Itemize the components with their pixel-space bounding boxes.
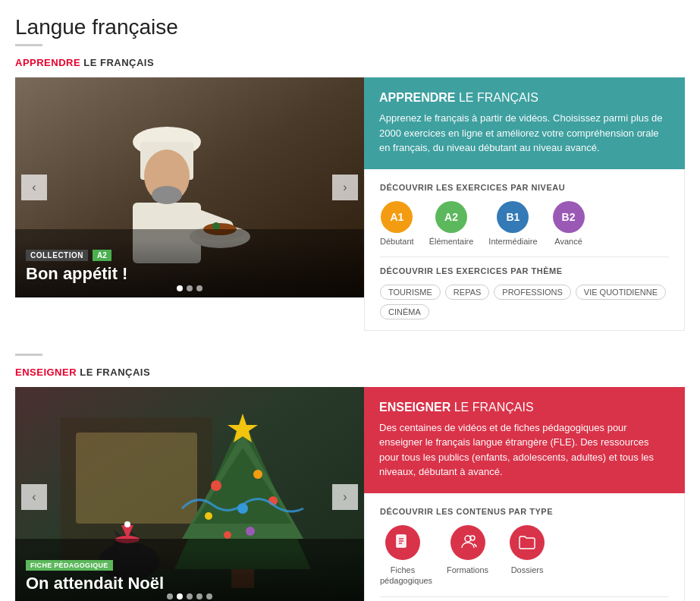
fiches-label: Fiches pédagogiques bbox=[380, 565, 425, 587]
section-row-enseigner: FICHE PÉDAGOGIQUE On attendait Noël ‹ › … bbox=[15, 387, 685, 602]
fiches-icon[interactable] bbox=[385, 525, 420, 560]
prev-icon: ‹ bbox=[32, 181, 36, 194]
theme-vie-quotidienne[interactable]: VIE QUOTIDIENNE bbox=[576, 285, 666, 300]
page-title: Langue française bbox=[15, 15, 685, 39]
theme-tags-apprendre: TOURISME REPAS PROFESSIONS VIE QUOTIDIEN… bbox=[380, 285, 669, 319]
level-circle-a2[interactable]: A2 bbox=[435, 201, 467, 233]
dossiers-icon[interactable] bbox=[510, 525, 545, 560]
svg-point-9 bbox=[212, 222, 220, 230]
svg-point-23 bbox=[205, 512, 212, 520]
carousel-dots-enseigner bbox=[167, 593, 212, 599]
title-underline bbox=[15, 44, 42, 46]
info-header-enseigner: ENSEIGNER LE FRANÇAIS Des centaines de v… bbox=[364, 387, 685, 493]
dot-e2 bbox=[177, 593, 183, 599]
svg-point-33 bbox=[124, 521, 130, 527]
level-label-a2: Élémentaire bbox=[429, 237, 474, 246]
theme-cinema[interactable]: CINÉMA bbox=[380, 304, 429, 319]
prev-icon-e: ‹ bbox=[32, 490, 36, 504]
section-separator-enseigner bbox=[15, 354, 42, 356]
carousel-title-enseigner: On attendait Noël bbox=[26, 574, 353, 593]
section-label-rest-enseigner: LE FRANÇAIS bbox=[77, 367, 150, 378]
section-row-apprendre: COLLECTION A2 Bon appétit ! ‹ › APPRENDR… bbox=[15, 77, 685, 331]
level-circle-a1[interactable]: A1 bbox=[381, 201, 413, 233]
formations-icon[interactable] bbox=[450, 525, 485, 560]
info-panel-enseigner: ENSEIGNER LE FRANÇAIS Des centaines de v… bbox=[364, 387, 685, 602]
carousel-prev-apprendre[interactable]: ‹ bbox=[21, 175, 47, 200]
formations-icon-svg bbox=[459, 533, 477, 552]
level-b2[interactable]: B2 Avancé bbox=[553, 201, 585, 246]
section-label-enseigner: ENSEIGNER LE FRANÇAIS bbox=[15, 367, 685, 378]
level-label-b1: Intermédiaire bbox=[488, 237, 537, 246]
carousel-title-apprendre: Bon appétit ! bbox=[26, 264, 353, 284]
carousel-prev-enseigner[interactable]: ‹ bbox=[21, 484, 47, 510]
formations-label: Formations bbox=[447, 565, 488, 575]
level-circle-b2[interactable]: B2 bbox=[553, 201, 585, 233]
carousel-badge-enseigner: FICHE PÉDAGOGIQUE bbox=[26, 560, 113, 571]
dot-1 bbox=[177, 285, 183, 291]
content-type-dossiers[interactable]: Dossiers bbox=[510, 525, 545, 575]
info-body-enseigner: DÉCOUVRIR LES CONTENUS PAR TYPE Fiches p… bbox=[364, 493, 685, 602]
level-label-a1: Débutant bbox=[380, 237, 414, 246]
dot-3 bbox=[196, 285, 202, 291]
svg-point-10 bbox=[152, 186, 182, 204]
fiches-icon-svg bbox=[394, 533, 412, 552]
info-header-apprendre: APPRENDRE LE FRANÇAIS Apprenez le frança… bbox=[364, 77, 685, 169]
level-a1[interactable]: A1 Débutant bbox=[380, 201, 414, 246]
theme-tourisme[interactable]: TOURISME bbox=[380, 285, 441, 300]
svg-point-19 bbox=[211, 480, 221, 491]
divider-enseigner bbox=[380, 596, 669, 597]
dot-e4 bbox=[196, 593, 202, 599]
carousel-next-enseigner[interactable]: › bbox=[332, 484, 358, 510]
dossiers-label: Dossiers bbox=[511, 565, 544, 575]
content-types-title: DÉCOUVRIR LES CONTENUS PAR TYPE bbox=[380, 507, 669, 516]
carousel-label-enseigner: FICHE PÉDAGOGIQUE On attendait Noël bbox=[15, 549, 364, 602]
level-b1[interactable]: B1 Intermédiaire bbox=[488, 201, 537, 246]
info-header-title-apprendre: APPRENDRE LE FRANÇAIS bbox=[379, 91, 670, 105]
svg-point-20 bbox=[253, 470, 262, 479]
info-header-title-enseigner: ENSEIGNER LE FRANÇAIS bbox=[379, 401, 670, 414]
content-type-formations[interactable]: Formations bbox=[447, 525, 488, 575]
level-a2[interactable]: A2 Élémentaire bbox=[429, 201, 474, 246]
levels-title: DÉCOUVRIR LES EXERCICES PAR NIVEAU bbox=[380, 183, 669, 192]
badge-level-apprendre: A2 bbox=[93, 250, 111, 261]
theme-repas[interactable]: REPAS bbox=[445, 285, 489, 300]
carousel-next-apprendre[interactable]: › bbox=[332, 175, 358, 200]
carousel-apprendre: COLLECTION A2 Bon appétit ! ‹ › bbox=[15, 77, 364, 297]
dot-2 bbox=[187, 285, 193, 291]
next-icon-e: › bbox=[343, 490, 347, 504]
dot-e3 bbox=[187, 593, 193, 599]
info-header-desc-enseigner: Des centaines de vidéos et de fiches péd… bbox=[379, 420, 670, 480]
section-label-apprendre: APPRENDRE LE FRANÇAIS bbox=[15, 57, 685, 68]
fiche-badge: FICHE PÉDAGOGIQUE bbox=[26, 560, 113, 571]
section-label-bold-apprendre: APPRENDRE bbox=[15, 57, 80, 68]
content-type-fiches[interactable]: Fiches pédagogiques bbox=[380, 525, 425, 587]
carousel-enseigner: FICHE PÉDAGOGIQUE On attendait Noël ‹ › bbox=[15, 387, 364, 602]
next-icon: › bbox=[343, 181, 347, 194]
carousel-badge-apprendre: COLLECTION A2 bbox=[26, 250, 111, 261]
svg-point-24 bbox=[246, 527, 255, 536]
svg-rect-14 bbox=[76, 433, 197, 524]
divider-apprendre bbox=[380, 256, 669, 257]
svg-point-25 bbox=[224, 531, 231, 539]
badge-collection-apprendre: COLLECTION bbox=[26, 250, 88, 261]
info-panel-apprendre: APPRENDRE LE FRANÇAIS Apprenez le frança… bbox=[364, 77, 685, 331]
dossiers-icon-svg bbox=[518, 533, 536, 552]
info-header-desc-apprendre: Apprenez le français à partir de vidéos.… bbox=[379, 111, 670, 156]
level-circle-b1[interactable]: B1 bbox=[497, 201, 529, 233]
level-label-b2: Avancé bbox=[554, 237, 582, 246]
carousel-label-apprendre: COLLECTION A2 Bon appétit ! bbox=[15, 240, 364, 297]
section-label-rest-apprendre: LE FRANÇAIS bbox=[80, 57, 154, 68]
dot-e1 bbox=[167, 593, 173, 599]
info-body-apprendre: DÉCOUVRIR LES EXERCICES PAR NIVEAU A1 Dé… bbox=[364, 169, 685, 331]
content-types: Fiches pédagogiques Formations bbox=[380, 525, 669, 587]
section-label-bold-enseigner: ENSEIGNER bbox=[15, 367, 77, 378]
dot-e5 bbox=[206, 593, 212, 599]
themes-title-apprendre: DÉCOUVRIR LES EXERCICES PAR THÈME bbox=[380, 266, 669, 275]
level-badges: A1 Débutant A2 Élémentaire B1 Intermédia… bbox=[380, 201, 669, 246]
carousel-dots-apprendre bbox=[177, 285, 202, 291]
theme-professions[interactable]: PROFESSIONS bbox=[494, 285, 570, 300]
